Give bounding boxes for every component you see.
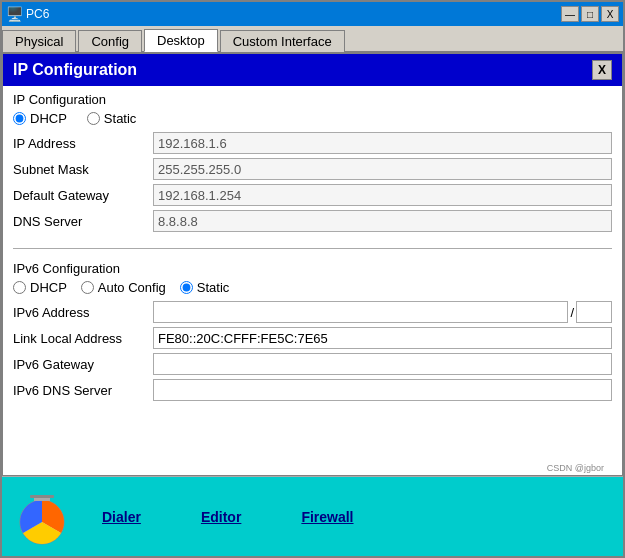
dhcp-radio[interactable]: [13, 112, 26, 125]
ipv6-auto-radio[interactable]: [81, 281, 94, 294]
content-wrapper: IP Configuration X IP Configuration DHCP…: [2, 53, 623, 556]
subnet-mask-row: Subnet Mask: [13, 158, 612, 180]
tab-custom-interface[interactable]: Custom Interface: [220, 30, 345, 52]
app-icon: 🖥️: [6, 6, 22, 22]
ip-address-label: IP Address: [13, 136, 153, 151]
tab-physical[interactable]: Physical: [2, 30, 76, 52]
dns-server-row: DNS Server: [13, 210, 612, 232]
bottom-buttons: Dialer Editor Firewall: [102, 509, 354, 525]
dhcp-radio-label[interactable]: DHCP: [13, 111, 67, 126]
ipv6-dns-input[interactable]: [153, 379, 612, 401]
title-bar-controls: — □ X: [561, 6, 619, 22]
ip-config-close-button[interactable]: X: [592, 60, 612, 80]
firewall-button[interactable]: Firewall: [301, 509, 353, 525]
ip-address-row: IP Address: [13, 132, 612, 154]
static-radio-label[interactable]: Static: [87, 111, 137, 126]
ipv6-dhcp-label: DHCP: [30, 280, 67, 295]
ipv6-slash: /: [570, 305, 574, 320]
default-gateway-input[interactable]: [153, 184, 612, 206]
svg-rect-2: [30, 495, 54, 498]
tab-config[interactable]: Config: [78, 30, 142, 52]
ipv6-address-row: IPv6 Address /: [13, 301, 612, 323]
title-bar-left: 🖥️ PC6: [6, 6, 49, 22]
ipv4-section: IP Configuration DHCP Static IP Address: [3, 86, 622, 242]
pc-icon: [12, 487, 72, 547]
ipv6-gateway-label: IPv6 Gateway: [13, 357, 153, 372]
ipv6-radio-row: DHCP Auto Config Static: [13, 280, 612, 295]
ipv6-address-input[interactable]: [153, 301, 568, 323]
tabs-container: Physical Config Desktop Custom Interface: [2, 26, 623, 53]
ipv6-dhcp-radio[interactable]: [13, 281, 26, 294]
subnet-mask-label: Subnet Mask: [13, 162, 153, 177]
ipv6-address-label: IPv6 Address: [13, 305, 153, 320]
link-local-row: Link Local Address: [13, 327, 612, 349]
section-divider: [13, 248, 612, 249]
title-bar: 🖥️ PC6 — □ X: [2, 2, 623, 26]
ipv6-static-label: Static: [197, 280, 230, 295]
maximize-button[interactable]: □: [581, 6, 599, 22]
link-local-label: Link Local Address: [13, 331, 153, 346]
ipv6-section-title: IPv6 Configuration: [13, 261, 612, 276]
window-title: PC6: [26, 7, 49, 21]
ipv6-prefix-input[interactable]: [576, 301, 612, 323]
editor-button[interactable]: Editor: [201, 509, 241, 525]
ipv6-gateway-input[interactable]: [153, 353, 612, 375]
ip-config-header: IP Configuration X: [3, 54, 622, 86]
main-window: 🖥️ PC6 — □ X Physical Config Desktop Cus…: [0, 0, 625, 558]
ipv6-auto-radio-label[interactable]: Auto Config: [81, 280, 166, 295]
main-content: IP Configuration X IP Configuration DHCP…: [2, 53, 623, 476]
watermark: CSDN @jgbor: [547, 463, 604, 473]
close-button[interactable]: X: [601, 6, 619, 22]
ipv4-section-title: IP Configuration: [13, 92, 612, 107]
dhcp-label: DHCP: [30, 111, 67, 126]
ipv4-radio-row: DHCP Static: [13, 111, 612, 126]
dialer-button[interactable]: Dialer: [102, 509, 141, 525]
ipv6-dns-row: IPv6 DNS Server: [13, 379, 612, 401]
bottom-area: Dialer Editor Firewall: [2, 476, 623, 556]
ipv6-gateway-row: IPv6 Gateway: [13, 353, 612, 375]
default-gateway-row: Default Gateway: [13, 184, 612, 206]
ipv6-section: IPv6 Configuration DHCP Auto Config Stat…: [3, 255, 622, 411]
ipv6-dhcp-radio-label[interactable]: DHCP: [13, 280, 67, 295]
tab-desktop[interactable]: Desktop: [144, 29, 218, 52]
static-radio[interactable]: [87, 112, 100, 125]
subnet-mask-input[interactable]: [153, 158, 612, 180]
ipv6-static-radio-label[interactable]: Static: [180, 280, 230, 295]
dns-server-label: DNS Server: [13, 214, 153, 229]
ipv6-static-radio[interactable]: [180, 281, 193, 294]
static-label: Static: [104, 111, 137, 126]
link-local-input[interactable]: [153, 327, 612, 349]
ipv6-dns-label: IPv6 DNS Server: [13, 383, 153, 398]
ip-config-title: IP Configuration: [13, 61, 137, 79]
ip-address-input[interactable]: [153, 132, 612, 154]
default-gateway-label: Default Gateway: [13, 188, 153, 203]
dns-server-input[interactable]: [153, 210, 612, 232]
minimize-button[interactable]: —: [561, 6, 579, 22]
ipv6-auto-label: Auto Config: [98, 280, 166, 295]
